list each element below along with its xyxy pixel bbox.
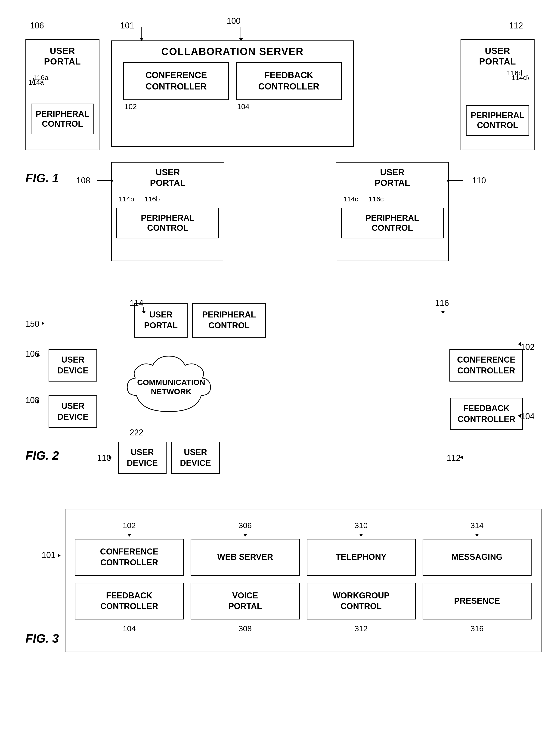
- ref-312-fig3: 312: [307, 624, 416, 633]
- fig3-refs-row1: 102 306 310 314: [75, 521, 532, 530]
- fig2-section: USERPORTAL PERIPHERALCONTROL 114 116 106: [19, 296, 541, 485]
- bottom-right-portal-title: USERPORTAL: [336, 163, 448, 193]
- arrowhead-104-fig2: [518, 414, 521, 417]
- ref-114b: 114b: [119, 195, 134, 203]
- ref-106: 106: [30, 21, 44, 31]
- fig2-userdev1-box: USERDEVICE: [49, 349, 97, 381]
- bottom-right-portal: USERPORTAL 114c 116c PERIPHERALCONTROL: [336, 162, 449, 261]
- ref-112-fig2: 112: [447, 453, 461, 463]
- left-peripheral-box: PERIPHERALCONTROL: [31, 104, 94, 134]
- fig2-userdev3-box: USERDEVICE: [118, 442, 167, 474]
- ref-101: 101: [120, 21, 134, 31]
- ref-112: 112: [509, 21, 523, 31]
- arrowhead-r1c2: [243, 534, 247, 537]
- arrowhead-106-fig2: [37, 354, 40, 358]
- bottom-left-portal-title: USERPORTAL: [112, 163, 224, 193]
- cloud-svg: COMMUNICATION NETWORK: [123, 349, 220, 418]
- ref-310-fig3: 310: [307, 521, 416, 530]
- bottom-left-peripheral: PERIPHERALCONTROL: [116, 208, 219, 238]
- fig2-userdev1-label: USERDEVICE: [57, 355, 88, 375]
- page-content: 106 101 100 112 USERPORTAL 116a 114a /: [19, 14, 541, 652]
- fig2-diagram: USERPORTAL PERIPHERALCONTROL 114 116 106: [19, 296, 541, 485]
- arrow-100: [241, 27, 241, 39]
- arrowhead-150-fig2: [42, 322, 44, 325]
- fig2-feedback-box: FEEDBACKCONTROLLER: [450, 398, 523, 430]
- ref-114a: 114a: [28, 78, 44, 86]
- ref-306-fig3: 306: [191, 521, 300, 530]
- right-peripheral-box: PERIPHERALCONTROL: [466, 105, 529, 136]
- ref-114c: 114c: [343, 195, 358, 203]
- right-portal-box: USERPORTAL 116d 114d \ PERIPHERALCONTROL: [461, 39, 535, 150]
- arrow-108: [97, 180, 111, 181]
- ref-308-fig3: 308: [191, 624, 300, 633]
- ref-116-fig2: 116: [435, 298, 449, 308]
- arrowhead-114: [142, 311, 146, 314]
- feedback-ctrl-label: FEEDBACKCONTROLLER: [258, 70, 319, 91]
- arrow-110: [449, 180, 463, 181]
- arrowhead-108-fig2: [37, 400, 40, 404]
- svg-text:COMMUNICATION: COMMUNICATION: [137, 378, 205, 386]
- arrowhead-r1c4: [475, 534, 479, 537]
- fig3-arrows-row1: [75, 533, 532, 538]
- ref-114-fig2: 114: [130, 298, 143, 308]
- arrowhead-110: [446, 179, 449, 183]
- fig2-user-portal-box: USERPORTAL: [134, 303, 188, 338]
- arrowhead-112-fig2: [460, 455, 463, 459]
- ref-102-fig1: 102: [123, 102, 229, 111]
- ref-116c: 116c: [369, 195, 384, 203]
- fig2-feedback-label: FEEDBACKCONTROLLER: [458, 403, 515, 424]
- ref-104-fig3-bottom: 104: [75, 624, 184, 633]
- fig3-webserver-label: WEB SERVER: [217, 552, 273, 563]
- fig3-label: FIG. 3: [25, 631, 59, 645]
- arrow-101: [141, 27, 142, 39]
- fig1-diagram: 106 101 100 112 USERPORTAL 116a 114a /: [19, 14, 541, 273]
- fig3-webserver-box: WEB SERVER: [191, 539, 300, 576]
- conference-ctrl-box: CONFERENCECONTROLLER: [123, 62, 229, 100]
- fig3-outer-box: 102 306 310 314 CONFERENCECONTROLLER: [65, 509, 541, 652]
- ref-101-fig3: 101: [42, 550, 56, 560]
- ref-102-fig3: 102: [75, 521, 184, 530]
- fig3-section: 101 102 306 310 314: [19, 509, 541, 652]
- ref-102-fig2: 102: [521, 342, 535, 352]
- arrowhead-116: [441, 311, 445, 314]
- ref-222-fig2: 222: [130, 428, 143, 437]
- conference-ctrl-label: CONFERENCECONTROLLER: [145, 70, 207, 91]
- fig2-userdev2-label: USERDEVICE: [57, 401, 88, 421]
- fig2-peripheral-box: PERIPHERALCONTROL: [192, 303, 266, 338]
- fig2-userdev4-label: USERDEVICE: [180, 447, 211, 468]
- fig3-box-row2: FEEDBACKCONTROLLER VOICEPORTAL WORKGROUP…: [75, 583, 532, 620]
- fig2-userdev2-box: USERDEVICE: [49, 395, 97, 428]
- ref-104-fig1: 104: [236, 102, 342, 111]
- ref-314-fig3: 314: [423, 521, 532, 530]
- ref-316-fig3: 316: [423, 624, 532, 633]
- fig2-conference-label: CONFERENCECONTROLLER: [457, 355, 515, 375]
- bottom-right-peripheral: PERIPHERALCONTROL: [341, 208, 444, 238]
- fig2-user-portal-label: USERPORTAL: [144, 310, 178, 330]
- fig3-conference-label: CONFERENCECONTROLLER: [100, 546, 158, 568]
- fig3-conference-box: CONFERENCECONTROLLER: [75, 539, 184, 576]
- bottom-left-portal: USERPORTAL 114b 116b PERIPHERALCONTROL: [111, 162, 224, 261]
- right-peripheral-label: PERIPHERALCONTROL: [471, 111, 524, 130]
- fig3-box-row1: CONFERENCECONTROLLER WEB SERVER TELEPHON…: [75, 539, 532, 576]
- ref-110: 110: [472, 176, 486, 186]
- arrowhead-110-fig2: [109, 455, 111, 459]
- fig3-telephony-label: TELEPHONY: [336, 552, 387, 563]
- right-portal-title: USERPORTAL: [461, 40, 534, 73]
- fig2-peripheral-label: PERIPHERALCONTROL: [202, 310, 256, 330]
- ref-108: 108: [76, 176, 90, 186]
- ref-116b: 116b: [144, 195, 160, 203]
- fig3-presence-box: PRESENCE: [423, 583, 532, 620]
- arrow-116: [446, 307, 446, 312]
- ref-104-fig2: 104: [521, 411, 535, 421]
- collab-server-title: COLLABORATION SERVER: [112, 41, 353, 62]
- ref-100: 100: [227, 16, 241, 26]
- left-portal-title: USERPORTAL: [26, 40, 99, 73]
- bottom-right-peripheral-label: PERIPHERALCONTROL: [365, 213, 419, 233]
- fig3-workgroup-label: WORKGROUPCONTROL: [333, 590, 390, 612]
- fig2-top-boxes: USERPORTAL PERIPHERALCONTROL: [134, 303, 266, 338]
- fig3-feedback-box: FEEDBACKCONTROLLER: [75, 583, 184, 620]
- arrowhead-108: [111, 179, 114, 183]
- arrowhead-r1c1: [127, 534, 131, 537]
- feedback-ctrl-box: FEEDBACKCONTROLLER: [236, 62, 342, 100]
- ref-150-fig2: 150: [25, 319, 39, 329]
